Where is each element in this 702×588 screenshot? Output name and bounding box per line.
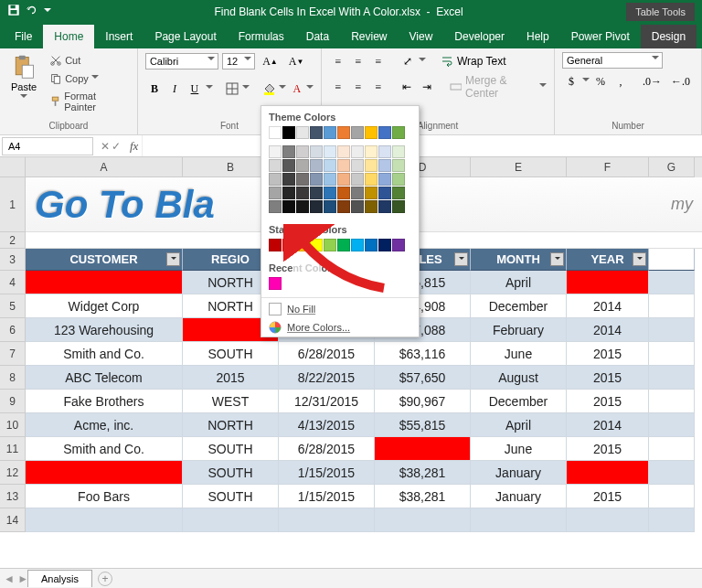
- cell[interactable]: 1/15/2015: [279, 485, 375, 508]
- cell[interactable]: 2014: [567, 318, 649, 342]
- cell[interactable]: [649, 294, 695, 318]
- color-swatch[interactable]: [324, 239, 336, 251]
- decrease-indent-button[interactable]: ⇤: [398, 78, 416, 96]
- cell[interactable]: [567, 461, 649, 485]
- color-swatch[interactable]: [282, 145, 295, 158]
- color-swatch[interactable]: [365, 126, 378, 139]
- color-swatch[interactable]: [365, 173, 378, 186]
- cell[interactable]: [26, 271, 183, 294]
- color-swatch[interactable]: [310, 159, 323, 172]
- row-header[interactable]: 11: [0, 437, 26, 461]
- tab-power-pivot[interactable]: Power Pivot: [560, 25, 641, 48]
- color-swatch[interactable]: [337, 159, 350, 172]
- cell[interactable]: [649, 271, 695, 294]
- color-swatch[interactable]: [324, 200, 336, 213]
- cell[interactable]: [567, 508, 649, 532]
- cell[interactable]: [26, 461, 183, 485]
- borders-button[interactable]: [222, 80, 250, 98]
- cell[interactable]: Acme, inc.: [26, 413, 183, 437]
- cancel-formula-icon[interactable]: ✕: [101, 140, 110, 153]
- cell[interactable]: January: [471, 485, 567, 508]
- cell[interactable]: [279, 508, 375, 532]
- color-swatch[interactable]: [269, 126, 282, 139]
- percent-button[interactable]: %: [591, 72, 610, 91]
- color-swatch[interactable]: [337, 200, 350, 213]
- font-color-button[interactable]: A: [288, 80, 314, 98]
- row-header[interactable]: 13: [0, 485, 26, 508]
- filter-icon[interactable]: [633, 252, 646, 266]
- cell[interactable]: 12/31/2015: [279, 390, 375, 413]
- increase-decimal-button[interactable]: .0→: [639, 72, 665, 91]
- cell[interactable]: NORTH: [183, 413, 279, 437]
- align-center-button[interactable]: ≡: [349, 78, 367, 96]
- formula-input[interactable]: [142, 135, 702, 156]
- paste-button[interactable]: Paste: [7, 52, 40, 103]
- color-swatch[interactable]: [310, 239, 323, 251]
- name-box[interactable]: A4: [2, 137, 93, 155]
- color-swatch[interactable]: [392, 173, 405, 186]
- row-header[interactable]: 3: [0, 249, 26, 271]
- color-swatch[interactable]: [282, 173, 295, 186]
- color-swatch[interactable]: [269, 173, 282, 186]
- cell[interactable]: 2015: [567, 437, 649, 461]
- row-header[interactable]: 14: [0, 508, 26, 532]
- color-swatch[interactable]: [392, 200, 405, 213]
- cell[interactable]: [649, 437, 695, 461]
- chevron-down-icon[interactable]: [206, 85, 213, 92]
- color-swatch[interactable]: [351, 126, 364, 139]
- cell[interactable]: Widget Corp: [26, 294, 183, 318]
- color-swatch[interactable]: [378, 200, 391, 213]
- tab-help[interactable]: Help: [516, 25, 560, 48]
- decrease-decimal-button[interactable]: ←.0: [667, 72, 694, 91]
- cell[interactable]: [375, 508, 471, 532]
- italic-button[interactable]: I: [165, 80, 184, 98]
- cell[interactable]: Fake Brothers: [26, 390, 183, 413]
- cut-button[interactable]: Cut: [46, 52, 130, 69]
- copy-button[interactable]: Copy: [46, 70, 130, 87]
- sheet-nav-arrows[interactable]: ◄ ►: [4, 572, 28, 585]
- cell[interactable]: 6/28/2015: [279, 342, 375, 366]
- tab-developer[interactable]: Developer: [443, 25, 516, 48]
- fx-icon[interactable]: fx: [126, 139, 142, 154]
- tab-page-layout[interactable]: Page Layout: [144, 25, 227, 48]
- color-swatch[interactable]: [282, 126, 295, 139]
- column-header-F[interactable]: F: [567, 157, 649, 177]
- align-left-button[interactable]: ≡: [329, 78, 347, 96]
- fill-color-button[interactable]: [259, 80, 286, 98]
- cell[interactable]: January: [471, 461, 567, 485]
- color-swatch[interactable]: [351, 187, 364, 199]
- cell[interactable]: $90,967: [375, 390, 471, 413]
- cell[interactable]: June: [471, 342, 567, 366]
- color-swatch[interactable]: [392, 239, 405, 251]
- cell[interactable]: [649, 366, 695, 390]
- color-swatch[interactable]: [310, 187, 323, 199]
- color-swatch[interactable]: [378, 145, 391, 158]
- grow-font-button[interactable]: A▲: [259, 52, 282, 70]
- increase-indent-button[interactable]: ⇥: [418, 78, 436, 96]
- color-swatch[interactable]: [296, 187, 309, 199]
- color-swatch[interactable]: [365, 239, 378, 251]
- cell[interactable]: April: [471, 413, 567, 437]
- color-swatch[interactable]: [378, 159, 391, 172]
- cell[interactable]: $57,650: [375, 366, 471, 390]
- color-swatch[interactable]: [296, 126, 309, 139]
- wrap-text-button[interactable]: Wrap Text: [441, 55, 506, 68]
- underline-button[interactable]: U: [186, 80, 204, 98]
- color-swatch[interactable]: [269, 145, 282, 158]
- color-swatch[interactable]: [378, 173, 391, 186]
- color-swatch[interactable]: [351, 200, 364, 213]
- cell[interactable]: [649, 413, 695, 437]
- more-colors-option[interactable]: More Colors...: [261, 318, 419, 337]
- cell[interactable]: [471, 508, 567, 532]
- cell[interactable]: February: [471, 318, 567, 342]
- tab-design[interactable]: Design: [641, 25, 697, 48]
- row-header[interactable]: 10: [0, 413, 26, 437]
- tab-file[interactable]: File: [4, 25, 43, 48]
- color-swatch[interactable]: [392, 145, 405, 158]
- cell[interactable]: June: [471, 437, 567, 461]
- cell[interactable]: SOUTH: [183, 461, 279, 485]
- align-bottom-button[interactable]: ≡: [369, 52, 388, 70]
- cell[interactable]: [649, 390, 695, 413]
- color-swatch[interactable]: [378, 126, 391, 139]
- qat-more-icon[interactable]: [44, 8, 51, 16]
